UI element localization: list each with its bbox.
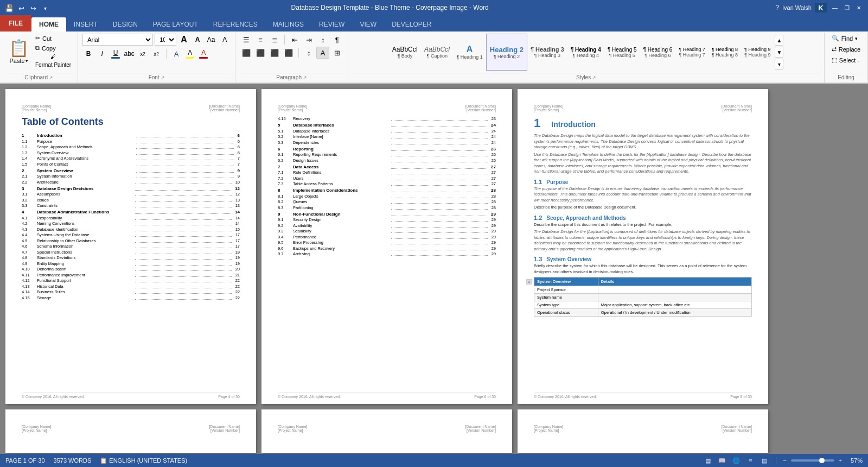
styles-more-button[interactable]: ▾ — [775, 59, 783, 70]
help-button[interactable]: ? — [775, 4, 779, 11]
tab-developer[interactable]: DEVELOPER — [384, 17, 439, 31]
table-header-1: System Overview — [534, 277, 598, 286]
replace-button[interactable]: ⇄ Replace — [829, 45, 863, 54]
clear-formatting-button[interactable]: A — [219, 34, 231, 46]
tab-references[interactable]: REFERENCES — [206, 17, 265, 31]
qa-customize-button[interactable]: ▾ — [40, 3, 50, 13]
shading-button[interactable]: A — [316, 47, 329, 59]
table-header-2: Details — [598, 277, 751, 286]
tab-home[interactable]: HOME — [31, 17, 66, 31]
qa-undo-button[interactable]: ↩ — [16, 3, 26, 13]
font-color-button[interactable]: A — [197, 48, 209, 60]
format-painter-button[interactable]: 🖌 Format Painter — [33, 53, 73, 68]
subscript-button[interactable]: x2 — [137, 48, 149, 60]
table-handle[interactable]: + — [526, 279, 532, 285]
clipboard-expand-icon[interactable]: ↗ — [49, 75, 53, 80]
style-heading3[interactable]: ¶ Heading 3 ¶ Heading 3 — [527, 34, 567, 71]
toc-entry: 8.1Large Objects28 — [278, 194, 496, 199]
paste-button[interactable]: 📋 Paste ▾ — [4, 34, 33, 68]
qa-save-button[interactable]: 💾 — [4, 3, 14, 13]
styles-scroll-up[interactable]: ▲ — [775, 35, 783, 46]
styles-scroll-down[interactable]: ▼ — [775, 47, 783, 58]
toc-entry: 4Database Administrative Functions14 — [22, 210, 240, 214]
sort-button[interactable]: ↕ — [316, 34, 329, 46]
bold-button[interactable]: B — [82, 48, 94, 60]
tab-mailings[interactable]: MAILINGS — [265, 17, 311, 31]
system-normal: Briefly describe the system for which th… — [534, 263, 752, 275]
toc-entry: 3.1Assumptions12 — [22, 192, 240, 197]
superscript-button[interactable]: x2 — [150, 48, 162, 60]
style-h9-preview: ¶ Heading 9 — [744, 47, 770, 52]
increase-indent-button[interactable]: ⇥ — [302, 34, 315, 46]
qa-redo-button[interactable]: ↪ — [28, 3, 38, 13]
toc-entry: 4.7Special Instructions19 — [22, 250, 240, 255]
select-button[interactable]: ⬚ Select - — [829, 55, 861, 65]
style-caption-preview: AaBbCcI — [424, 46, 450, 53]
styles-expand-icon[interactable]: ↗ — [592, 75, 596, 80]
style-heading8[interactable]: ¶ Heading 8 ¶ Heading 8 — [709, 34, 741, 71]
style-heading1[interactable]: A ¶ Heading 1 — [453, 34, 486, 71]
read-mode-button[interactable]: 📖 — [717, 456, 727, 465]
toc-entry: 1.3System Overview6 — [22, 150, 240, 155]
style-heading2[interactable]: Heading 2 ¶ Heading 2 — [486, 34, 527, 71]
change-case-button[interactable]: Aa — [205, 34, 217, 46]
numbering-button[interactable]: ≡ — [254, 34, 267, 46]
tab-design[interactable]: DESIGN — [105, 17, 145, 31]
paste-dropdown-arrow[interactable]: ▾ — [25, 58, 28, 64]
italic-button[interactable]: I — [96, 48, 108, 60]
minimize-button[interactable]: — — [830, 4, 840, 11]
font-expand-icon[interactable]: ↗ — [161, 75, 165, 80]
restore-button[interactable]: ❐ — [842, 4, 852, 11]
copy-button[interactable]: ⧉ Copy — [33, 43, 73, 53]
borders-button[interactable]: ⊞ — [330, 47, 343, 59]
font-name-select[interactable]: Arial — [82, 34, 153, 46]
zoom-out-button[interactable]: − — [783, 457, 786, 464]
align-center-button[interactable]: ⬛ — [254, 47, 267, 59]
tab-view[interactable]: VIEW — [352, 17, 384, 31]
line-spacing-button[interactable]: ↕ — [302, 47, 315, 59]
tab-file[interactable]: FILE — [0, 15, 31, 31]
strikethrough-button[interactable]: abc — [123, 48, 135, 60]
multilevel-list-button[interactable]: ≣ — [268, 34, 281, 46]
align-left-button[interactable]: ⬛ — [240, 47, 253, 59]
cut-button[interactable]: ✂ Cut — [33, 34, 73, 43]
align-right-button[interactable]: ⬛ — [268, 47, 281, 59]
font-size-select[interactable]: 10 — [155, 34, 176, 46]
style-heading4[interactable]: ¶ Heading 4 ¶ Heading 4 — [567, 34, 604, 71]
outline-view-button[interactable]: ≡ — [745, 456, 755, 465]
zoom-thumb[interactable] — [819, 458, 825, 463]
style-caption[interactable]: AaBbCcI ¶ Caption — [421, 34, 453, 71]
tab-review[interactable]: REVIEW — [311, 17, 352, 31]
font-shrink-button[interactable]: A — [192, 34, 203, 46]
style-body[interactable]: AaBbCcI ¶ Body — [389, 34, 421, 71]
find-icon: 🔍 — [832, 35, 839, 42]
font-grow-button[interactable]: A — [178, 34, 190, 46]
text-effects-button[interactable]: A — [170, 48, 182, 60]
underline-button[interactable]: U — [110, 48, 122, 60]
style-heading9[interactable]: ¶ Heading 9 ¶ Heading 9 — [741, 34, 774, 71]
paragraph-expand-icon[interactable]: ↗ — [303, 75, 307, 80]
bullets-button[interactable]: ☰ — [240, 34, 253, 46]
close-button[interactable]: ✕ — [854, 4, 864, 11]
style-h4-label: ¶ Heading 4 — [573, 53, 599, 58]
find-button[interactable]: 🔍 Find ▾ — [829, 34, 860, 43]
web-layout-button[interactable]: 🌐 — [731, 456, 741, 465]
table-row: System name — [534, 294, 752, 301]
toc-entry: 6.2Design Issues26 — [278, 158, 496, 163]
language-info[interactable]: 📋 ENGLISH (UNITED STATES) — [100, 457, 187, 464]
style-heading6[interactable]: ¶ Heading 6 ¶ Heading 6 — [640, 34, 676, 71]
justify-button[interactable]: ⬛ — [282, 47, 295, 59]
zoom-level[interactable]: 57% — [846, 457, 863, 464]
style-heading7[interactable]: ¶ Heading 7 ¶ Heading 7 — [675, 34, 708, 71]
show-formatting-button[interactable]: ¶ — [330, 34, 343, 46]
tab-page-layout[interactable]: PAGE LAYOUT — [145, 17, 206, 31]
style-heading5[interactable]: ¶ Heading 5 ¶ Heading 5 — [604, 34, 640, 71]
toc-entry: 9.7Archiving29 — [278, 251, 496, 256]
decrease-indent-button[interactable]: ⇤ — [288, 34, 301, 46]
tab-insert[interactable]: INSERT — [66, 17, 105, 31]
print-layout-view-button[interactable]: ▤ — [703, 456, 713, 465]
draft-view-button[interactable]: ▤ — [760, 456, 769, 465]
zoom-in-button[interactable]: + — [839, 457, 842, 464]
zoom-slider[interactable] — [791, 459, 834, 462]
highlight-color-button[interactable]: A — [184, 48, 196, 60]
